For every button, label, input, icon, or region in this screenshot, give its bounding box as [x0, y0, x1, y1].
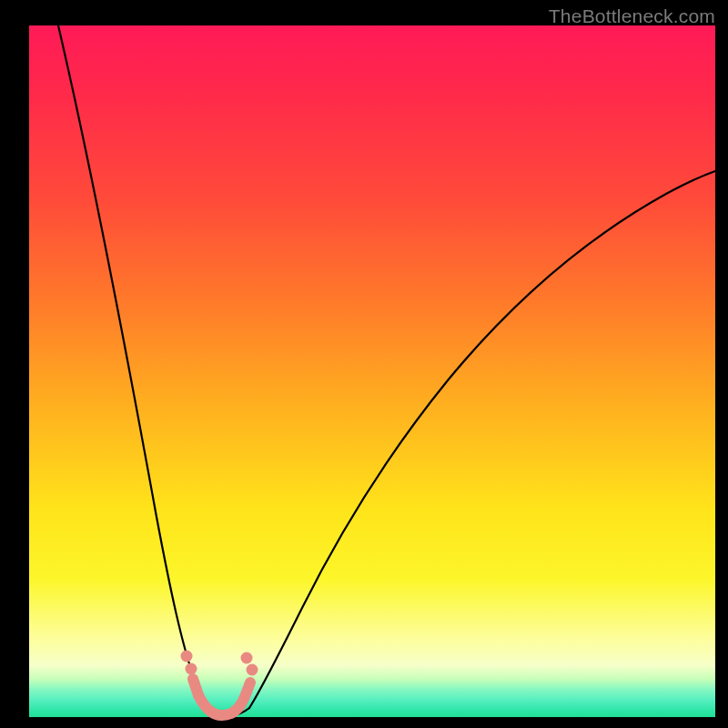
highlight-valley: [198, 682, 250, 715]
highlight-dot: [181, 651, 193, 662]
highlight-dot: [241, 652, 253, 664]
curve-svg: [29, 25, 715, 717]
curve-left-branch: [58, 25, 209, 712]
chart-frame: TheBottleneck.com: [0, 0, 728, 728]
watermark-text: TheBottleneck.com: [549, 5, 715, 27]
highlight-dot: [186, 663, 197, 675]
highlight-valley-left: [193, 679, 198, 695]
plot-area: [29, 25, 715, 717]
curve-right-branch: [249, 171, 715, 708]
highlight-dot: [247, 664, 258, 676]
